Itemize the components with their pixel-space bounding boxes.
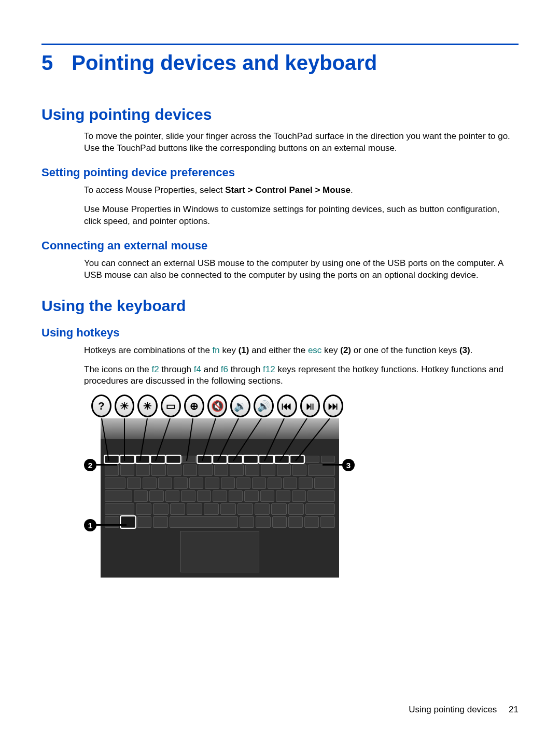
hk1-a: Hotkeys are combinations of the bbox=[84, 345, 213, 355]
callout-ref-2: (2) bbox=[340, 345, 351, 355]
hotkey-icon-row: ? ☀ ✳ ▭ ⊕ 🔇 🔉 🔊 ⏮ ⏯ ⏭ bbox=[91, 395, 343, 417]
callout-3: 3 bbox=[342, 459, 355, 471]
volume-up-icon: 🔊 bbox=[254, 395, 274, 417]
hotkeys-line2: The icons on the f2 through f4 and f6 th… bbox=[84, 364, 519, 388]
footer-section-label: Using pointing devices bbox=[409, 705, 497, 714]
fn-key bbox=[121, 516, 135, 528]
keyboard-body: 2 3 1 bbox=[101, 418, 339, 578]
hotkeys-line1: Hotkeys are combinations of the fn key (… bbox=[84, 345, 519, 357]
volume-down-icon: 🔉 bbox=[230, 395, 250, 417]
subheading-prefs: Setting pointing device preferences bbox=[41, 166, 519, 179]
page-footer: Using pointing devices 21 bbox=[409, 705, 519, 715]
f12-label: f12 bbox=[263, 364, 275, 374]
section-heading-pointing: Using pointing devices bbox=[41, 106, 519, 123]
callout-2: 2 bbox=[84, 459, 96, 471]
spacebar bbox=[170, 516, 239, 528]
hk1-b: key bbox=[220, 345, 239, 355]
bottom-letter-row bbox=[105, 503, 335, 515]
manual-page: 5 Pointing devices and keyboard Using po… bbox=[0, 0, 560, 745]
prefs-pre: To access Mouse Properties, select bbox=[84, 185, 225, 195]
keyboard-diagram: ? ☀ ✳ ▭ ⊕ 🔇 🔉 🔊 ⏮ ⏯ ⏭ bbox=[84, 395, 343, 578]
extmouse-body: You can connect an external USB mouse to… bbox=[84, 258, 519, 282]
chapter-number: 5 bbox=[41, 51, 53, 75]
modifier-row bbox=[105, 516, 335, 528]
callout-1: 1 bbox=[84, 519, 96, 531]
f6-key bbox=[198, 456, 212, 463]
f2-label: f2 bbox=[151, 364, 159, 374]
home-row bbox=[105, 490, 335, 502]
prefs-post: . bbox=[351, 185, 353, 195]
f6-label: f6 bbox=[221, 364, 228, 374]
f8-key bbox=[228, 456, 242, 463]
chapter-heading: 5 Pointing devices and keyboard bbox=[41, 51, 519, 75]
f1-key bbox=[120, 456, 134, 463]
web-icon: ⊕ bbox=[184, 395, 204, 417]
callout-ref-1: (1) bbox=[239, 345, 249, 355]
f11-key bbox=[275, 456, 289, 463]
del-key bbox=[321, 456, 335, 463]
mute-icon: 🔇 bbox=[207, 395, 228, 417]
callout-2-line bbox=[96, 464, 117, 466]
hk1-d: key bbox=[321, 345, 340, 355]
esc-key-label: esc bbox=[308, 345, 321, 355]
fn-key-label: fn bbox=[213, 345, 220, 355]
keyboard-deck bbox=[101, 439, 339, 578]
number-row bbox=[105, 465, 335, 476]
f10-key bbox=[259, 456, 273, 463]
f9-key bbox=[244, 456, 258, 463]
brightness-down-icon: ☀ bbox=[115, 395, 135, 417]
section-heading-keyboard: Using the keyboard bbox=[41, 297, 519, 315]
callout-1-line bbox=[96, 524, 127, 526]
hk1-c: and either the bbox=[249, 345, 307, 355]
next-track-icon: ⏭ bbox=[323, 395, 343, 417]
callout-3-line bbox=[323, 464, 343, 466]
esc-key bbox=[105, 456, 119, 463]
subheading-extmouse: Connecting an external mouse bbox=[41, 239, 519, 252]
f2-key bbox=[136, 456, 150, 463]
footer-page-number: 21 bbox=[509, 705, 519, 714]
hk2-b: through bbox=[159, 364, 194, 374]
chapter-title: Pointing devices and keyboard bbox=[72, 51, 377, 75]
f4-label: f4 bbox=[194, 364, 201, 374]
play-pause-icon: ⏯ bbox=[300, 395, 320, 417]
prefs-access-line: To access Mouse Properties, select Start… bbox=[84, 185, 519, 196]
f3-key bbox=[151, 456, 165, 463]
function-key-row bbox=[105, 456, 335, 463]
help-icon: ? bbox=[91, 395, 111, 417]
subheading-hotkeys: Using hotkeys bbox=[41, 326, 519, 340]
keyboard-shade bbox=[101, 418, 339, 439]
f4-key bbox=[166, 456, 180, 463]
prefs-path-bold: Start > Control Panel > Mouse bbox=[225, 185, 351, 195]
chapter-rule bbox=[41, 44, 519, 45]
callout-ref-3: (3) bbox=[459, 345, 470, 355]
f5-key bbox=[182, 456, 196, 463]
hk1-f: . bbox=[470, 345, 473, 355]
hk2-a: The icons on the bbox=[84, 364, 151, 374]
f12-key bbox=[290, 456, 304, 463]
hk2-d: through bbox=[228, 364, 263, 374]
previous-track-icon: ⏮ bbox=[277, 395, 297, 417]
touchpad bbox=[180, 531, 259, 572]
ins-key bbox=[305, 456, 319, 463]
brightness-up-icon: ✳ bbox=[137, 395, 158, 417]
pointing-intro: To move the pointer, slide your finger a… bbox=[84, 131, 519, 154]
qwerty-row bbox=[105, 477, 335, 489]
f7-key bbox=[213, 456, 227, 463]
hk1-e: or one of the function keys bbox=[351, 345, 459, 355]
prefs-body: Use Mouse Properties in Windows to custo… bbox=[84, 204, 519, 228]
hk2-c: and bbox=[201, 364, 221, 374]
switch-display-icon: ▭ bbox=[161, 395, 181, 417]
